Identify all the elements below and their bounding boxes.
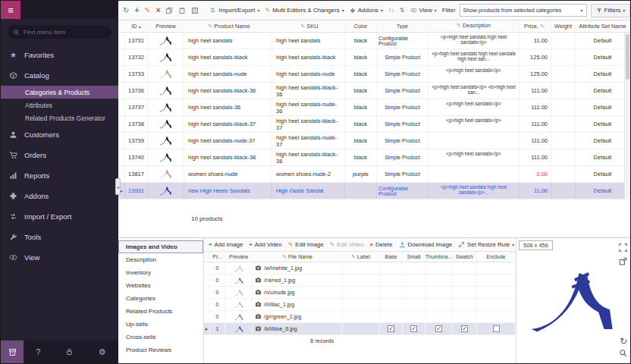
image-row[interactable]: 0 /l/i/lilac_1.jpg [204,299,516,311]
copy-icon[interactable] [165,7,173,14]
column-header-thumbnail[interactable]: Thumbna... [425,252,453,262]
delete-image-button[interactable]: ×Delete [369,241,392,248]
scrollbar-thumb[interactable] [626,34,629,80]
tab-inventory[interactable]: Inventory [118,266,203,279]
small-checkbox[interactable] [410,325,417,332]
sidebar-item-favorites[interactable]: ★Favorites [1,45,118,65]
table-row[interactable]: 13740 high heel sandals-black-38 high he… [118,149,630,166]
cell-id: 13731 [125,33,148,49]
column-header-weight[interactable]: Weight [551,23,576,30]
sidebar-item-tools[interactable]: Tools [1,227,118,247]
swatch-checkbox[interactable] [461,325,468,332]
store-button[interactable] [1,340,24,363]
sidebar-item-catalog[interactable]: Catalog [1,65,118,86]
paste-icon[interactable] [178,7,186,14]
table-row-selected[interactable]: ▸ 13931 new High Heels Sandals High Geel… [118,183,630,199]
sidebar-item-related-products-generator[interactable]: Related Products Generator [1,111,118,124]
columns-icon[interactable] [191,7,199,14]
sort-asc-icon[interactable]: ↑↓ [388,8,394,14]
column-header-base[interactable]: Base [380,252,403,262]
edit-product-icon[interactable]: ✎ [144,7,150,14]
fullscreen-icon[interactable] [619,241,627,255]
delete-product-icon[interactable]: × [156,7,161,14]
column-header-attribute-set[interactable]: Attribute Set Name [576,23,630,30]
sidebar-item-reports[interactable]: Reports [1,165,118,186]
gear-icon[interactable]: ⚙ [99,347,106,357]
tab-websites[interactable]: Websites [118,279,203,292]
set-resize-rule-button[interactable]: Set Resize Rule▾ [458,241,514,248]
image-row[interactable]: 0 /g/r/green_2.jpg [204,311,516,323]
column-header-price[interactable]: Price,✎ [520,23,551,30]
table-row[interactable]: 13738 high heel sandals-black-37 high he… [118,116,630,133]
sidebar-search[interactable] [8,25,111,39]
column-header-preview[interactable]: Preview [225,252,253,262]
image-row[interactable]: 0 /w/h/white_1.jpg [204,262,516,275]
sidebar-collapse-handle[interactable]: ◂ [115,178,121,195]
table-row[interactable]: 13817 women shoes-nude women shoes-nude-… [118,166,630,183]
column-header-swatch[interactable]: Swatch [453,252,477,262]
column-header-description[interactable]: ✎Description [429,23,520,30]
column-header-id[interactable]: ID▴ [125,23,148,30]
column-header-color[interactable]: Color [345,23,377,30]
filters-button[interactable]: Filters▾ [591,4,631,17]
add-product-icon[interactable]: + [134,7,139,14]
table-row[interactable]: 13732 high heel sandals-black high heel … [118,49,630,66]
image-row[interactable]: 0 /n/u/nude.jpg [204,287,516,299]
sidebar-item-import-export[interactable]: Import / Export [1,206,118,227]
chevron-down-icon: ▾ [257,8,259,13]
sidebar-item-categories-products[interactable]: Categories & Products [1,86,118,99]
addons-menu[interactable]: Addons▾ [350,7,383,14]
rotate-icon[interactable]: ↻ [620,336,627,347]
column-header-small[interactable]: Small [403,252,425,262]
multi-editors-menu[interactable]: ✎Multi Editors & Changers▾ [265,7,344,14]
edit-video-button[interactable]: ✎Edit Video [330,241,364,248]
exclude-checkbox[interactable] [493,325,500,332]
tab-cross-sells[interactable]: Cross-sells [118,331,203,344]
view-menu[interactable]: View▾ [410,7,437,14]
vertical-scrollbar[interactable] [624,33,630,199]
column-header-file-name[interactable]: ✎File Name [253,252,342,262]
add-video-button[interactable]: +Add Video [249,241,281,248]
tab-description[interactable]: Description [118,253,203,266]
edit-image-button[interactable]: ✎Edit Image [288,241,324,248]
sidebar-item-attributes[interactable]: Attributes [1,99,118,111]
column-header-sku[interactable]: ✎SKU [272,23,345,30]
menu-button[interactable]: ≡ [1,1,20,19]
lock-icon[interactable] [65,347,74,357]
column-header-priority[interactable]: Pr... [210,252,225,262]
column-header-type[interactable]: Type [377,24,429,29]
column-header-preview[interactable]: Preview [148,23,184,30]
import-export-menu[interactable]: Import/Export▾ [209,7,259,14]
tab-related-products[interactable]: Related Products [118,305,203,318]
sidebar-item-addons[interactable]: Addons [1,186,118,206]
category-filter-select[interactable]: Show products from selected categories▾ [460,4,587,17]
sidebar-item-orders[interactable]: Orders [1,145,118,165]
refresh-icon[interactable]: ↻ [123,7,129,14]
download-image-button[interactable]: Download Image [399,241,453,248]
sidebar-item-customers[interactable]: Customers [1,124,118,145]
cell-price: 111.00 [520,83,551,99]
zoom-icon[interactable] [619,347,627,360]
column-header-product-name[interactable]: ✎Product Name [184,23,272,30]
table-row[interactable]: 13739 high heel sandals-nude-37 high hee… [118,133,630,149]
column-header-label[interactable]: ✎Label [342,252,380,262]
image-row-selected[interactable]: ▸ 1 /b/l/blue_6.jpg [204,323,516,335]
table-row[interactable]: 13737 high heel sandals-36 high heel san… [118,99,630,116]
search-input[interactable] [24,29,106,36]
column-header-exclude[interactable]: Exclude [477,252,516,262]
base-checkbox[interactable] [388,325,394,332]
sort-desc-icon[interactable]: ⇅ [400,8,405,14]
table-row[interactable]: 13733 high heel sandals-nude high heel s… [118,66,630,83]
tab-product-reviews[interactable]: Product Reviews [118,344,203,356]
tab-up-sells[interactable]: Up-sells [118,318,203,331]
add-image-button[interactable]: +Add Image [209,241,243,248]
table-row[interactable]: 13736 high heel sandals-black-36 high he… [118,83,630,99]
open-external-icon[interactable] [619,255,627,268]
thumbnail-checkbox[interactable] [435,325,442,332]
tab-images-and-video[interactable]: Images and Video [118,240,203,253]
image-row[interactable]: 0 /r/e/red_1.jpg [204,275,516,287]
sidebar-item-view[interactable]: View [1,247,118,268]
table-row[interactable]: 13731 high heel sandals high heel sandal… [118,33,630,49]
help-icon[interactable]: ? [36,347,40,356]
tab-categories[interactable]: Categories [118,292,203,305]
